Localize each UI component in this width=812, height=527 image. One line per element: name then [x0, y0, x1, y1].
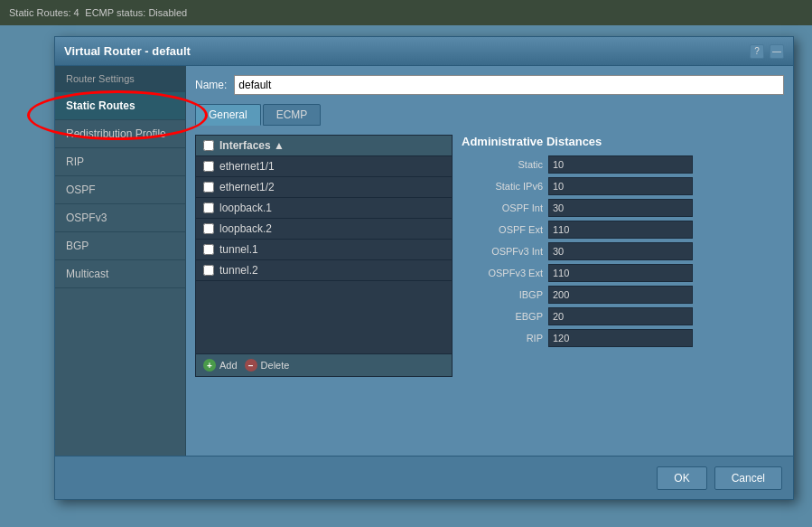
interface-checkbox-loopback2[interactable]	[203, 223, 214, 234]
interfaces-select-all-checkbox[interactable]	[203, 140, 214, 151]
admin-label-static-ipv6: Static IPv6	[462, 181, 543, 192]
interface-row-loopback2: loopback.2	[196, 219, 452, 240]
admin-label-ebgp: EBGP	[462, 311, 543, 322]
interfaces-panel: Interfaces ▲ ethernet1/1 ethernet1/2	[195, 135, 453, 377]
delete-icon: −	[245, 359, 257, 372]
name-input[interactable]	[234, 75, 784, 95]
dialog-title: Virtual Router - default	[64, 44, 191, 58]
admin-label-ospfv3-int: OSPFv3 Int	[462, 246, 543, 257]
add-button[interactable]: + Add	[203, 359, 238, 372]
admin-row-ebgp: EBGP	[462, 307, 784, 325]
interfaces-header-text: Interfaces ▲	[219, 139, 285, 152]
sidebar: Router Settings Static Routes Redistribu…	[55, 66, 186, 456]
sidebar-item-multicast[interactable]: Multicast	[55, 260, 185, 288]
top-bar: Static Routes: 4 ECMP status: Disabled	[0, 0, 812, 25]
admin-row-ospf-int: OSPF Int	[462, 199, 784, 217]
virtual-router-dialog: Virtual Router - default ? — Router Sett…	[54, 36, 794, 500]
sidebar-item-rip[interactable]: RIP	[55, 148, 185, 176]
admin-row-static: Static	[462, 155, 784, 174]
admin-distances-title: Administrative Distances	[462, 135, 784, 148]
admin-row-ospf-ext: OSPF Ext	[462, 221, 784, 239]
admin-label-ibgp: IBGP	[462, 289, 543, 300]
interfaces-header: Interfaces ▲	[196, 136, 452, 156]
admin-row-ospfv3-ext: OSPFv3 Ext	[462, 264, 784, 282]
name-row: Name:	[195, 75, 784, 95]
interface-checkbox-tunnel2[interactable]	[203, 265, 214, 276]
dialog-help-button[interactable]: ?	[750, 44, 764, 59]
interface-row-loopback1: loopback.1	[196, 198, 452, 219]
interfaces-footer: + Add − Delete	[196, 353, 452, 376]
admin-input-ospf-int[interactable]	[548, 199, 693, 217]
add-icon: +	[203, 359, 216, 372]
sidebar-item-redistribution-profile[interactable]: Redistribution Profile	[55, 120, 185, 148]
admin-input-ospfv3-ext[interactable]	[548, 264, 693, 282]
dialog-body: Router Settings Static Routes Redistribu…	[55, 66, 793, 456]
admin-row-ospfv3-int: OSPFv3 Int	[462, 242, 784, 260]
name-label: Name:	[195, 79, 227, 91]
admin-label-static: Static	[462, 159, 543, 170]
admin-input-static[interactable]	[548, 155, 693, 174]
interface-checkbox-ethernet1-1[interactable]	[203, 161, 214, 172]
dialog-controls: ? —	[750, 44, 784, 59]
interface-row-ethernet1-1: ethernet1/1	[196, 156, 452, 177]
topbar-ecmp: ECMP status: Disabled	[85, 7, 187, 18]
admin-label-ospf-int: OSPF Int	[462, 202, 543, 213]
tab-ecmp[interactable]: ECMP	[263, 104, 322, 126]
interface-checkbox-loopback1[interactable]	[203, 202, 214, 213]
admin-input-ebgp[interactable]	[548, 307, 693, 325]
interface-checkbox-ethernet1-2[interactable]	[203, 182, 214, 193]
interface-checkbox-tunnel1[interactable]	[203, 244, 214, 255]
main-content: Name: General ECMP Interfaces ▲	[186, 66, 793, 456]
admin-row-ibgp: IBGP	[462, 286, 784, 304]
admin-input-static-ipv6[interactable]	[548, 177, 693, 195]
admin-label-ospfv3-ext: OSPFv3 Ext	[462, 268, 543, 278]
interface-row-tunnel2: tunnel.2	[196, 260, 452, 281]
sidebar-item-bgp[interactable]: BGP	[55, 232, 185, 260]
sort-arrow-icon: ▲	[274, 139, 285, 152]
dialog-minimize-button[interactable]: —	[770, 44, 784, 59]
admin-row-rip: RIP	[462, 329, 784, 347]
sidebar-item-static-routes[interactable]: Static Routes	[55, 92, 185, 120]
tab-general[interactable]: General	[195, 104, 261, 126]
admin-input-ospf-ext[interactable]	[548, 221, 693, 239]
sidebar-item-ospfv3[interactable]: OSPFv3	[55, 204, 185, 232]
tabs-row: General ECMP	[195, 104, 784, 126]
admin-label-rip: RIP	[462, 333, 543, 343]
sidebar-item-ospf[interactable]: OSPF	[55, 176, 185, 204]
cancel-button[interactable]: Cancel	[714, 466, 782, 490]
dialog-footer: OK Cancel	[55, 456, 793, 499]
dialog-titlebar: Virtual Router - default ? —	[55, 37, 793, 66]
sidebar-item-router-settings[interactable]: Router Settings	[55, 66, 185, 92]
admin-label-ospf-ext: OSPF Ext	[462, 224, 543, 235]
interface-row-ethernet1-2: ethernet1/2	[196, 177, 452, 198]
admin-row-static-ipv6: Static IPv6	[462, 177, 784, 195]
admin-input-ibgp[interactable]	[548, 286, 693, 304]
admin-input-ospfv3-int[interactable]	[548, 242, 693, 260]
interface-row-tunnel1: tunnel.1	[196, 240, 452, 260]
ok-button[interactable]: OK	[657, 466, 706, 490]
delete-button[interactable]: − Delete	[245, 359, 290, 372]
tab-content-general: Interfaces ▲ ethernet1/1 ethernet1/2	[195, 135, 784, 377]
admin-input-rip[interactable]	[548, 329, 693, 347]
admin-distances-panel: Administrative Distances Static Static I…	[462, 135, 784, 377]
topbar-text: Static Routes: 4	[9, 7, 79, 18]
